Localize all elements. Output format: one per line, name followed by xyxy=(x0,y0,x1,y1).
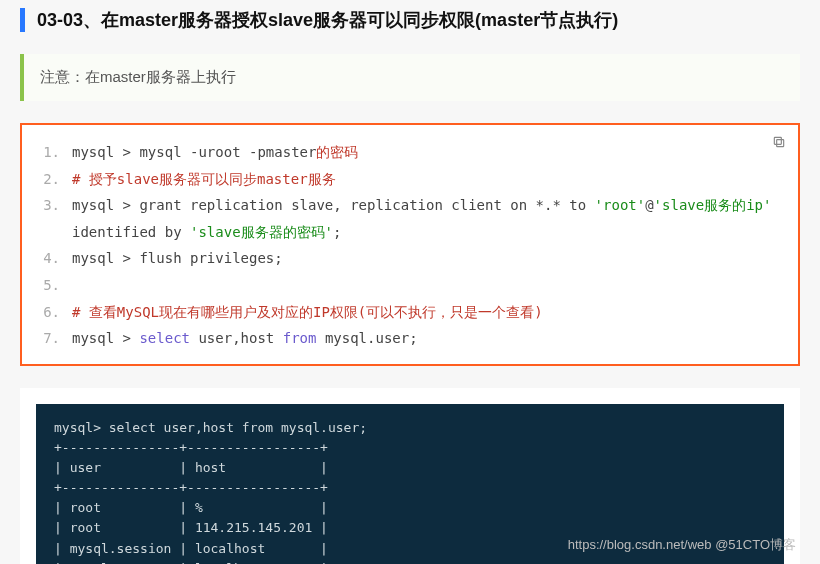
code-content: mysql > grant replication slave, replica… xyxy=(72,192,784,245)
watermark-text: https://blog.csdn.net/web @51CTO博客 xyxy=(568,536,796,554)
copy-icon[interactable] xyxy=(772,135,786,149)
line-number: 4. xyxy=(36,245,60,272)
line-number: 2. xyxy=(36,166,60,193)
code-line: 3.mysql > grant replication slave, repli… xyxy=(36,192,784,245)
code-content xyxy=(72,272,784,299)
svg-rect-0 xyxy=(777,140,784,147)
code-content: # 授予slave服务器可以同步master服务 xyxy=(72,166,784,193)
code-content: mysql > mysql -uroot -pmaster的密码 xyxy=(72,139,784,166)
code-line: 4.mysql > flush privileges; xyxy=(36,245,784,272)
code-content: mysql > select user,host from mysql.user… xyxy=(72,325,784,352)
line-number: 3. xyxy=(36,192,60,245)
code-line: 6.# 查看MySQL现在有哪些用户及对应的IP权限(可以不执行，只是一个查看) xyxy=(36,299,784,326)
code-line: 1.mysql > mysql -uroot -pmaster的密码 xyxy=(36,139,784,166)
line-number: 1. xyxy=(36,139,60,166)
code-content: # 查看MySQL现在有哪些用户及对应的IP权限(可以不执行，只是一个查看) xyxy=(72,299,784,326)
line-number: 5. xyxy=(36,272,60,299)
note-text: 注意：在master服务器上执行 xyxy=(40,68,236,85)
code-block: 1.mysql > mysql -uroot -pmaster的密码2.# 授予… xyxy=(20,123,800,366)
code-line: 5. xyxy=(36,272,784,299)
code-content: mysql > flush privileges; xyxy=(72,245,784,272)
line-number: 6. xyxy=(36,299,60,326)
page-title: 03-03、在master服务器授权slave服务器可以同步权限(master节… xyxy=(20,8,800,32)
svg-rect-1 xyxy=(774,137,781,144)
code-line: 7.mysql > select user,host from mysql.us… xyxy=(36,325,784,352)
line-number: 7. xyxy=(36,325,60,352)
note-box: 注意：在master服务器上执行 xyxy=(20,54,800,101)
code-line: 2.# 授予slave服务器可以同步master服务 xyxy=(36,166,784,193)
